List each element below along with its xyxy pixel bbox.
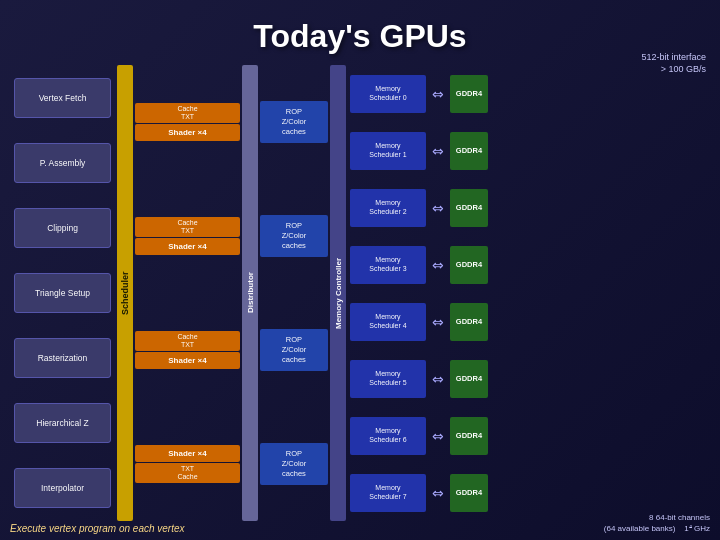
shader-group-2: CacheTXT Shader ×4: [135, 217, 240, 254]
rop-groups-col: ROPZ/Colorcaches ROPZ/Colorcaches ROPZ/C…: [260, 63, 328, 523]
arrow-4: ⇔: [432, 315, 444, 329]
arrows-col: ⇔ ⇔ ⇔ ⇔ ⇔ ⇔ ⇔ ⇔: [428, 63, 448, 523]
mem-sched-6: MemoryScheduler 6: [350, 417, 426, 455]
execute-text: Execute vertex program on each vertex: [10, 523, 185, 534]
rop-4: ROPZ/Colorcaches: [260, 443, 328, 484]
cache-txt-4: TXTCache: [135, 463, 240, 482]
arrow-7: ⇔: [432, 486, 444, 500]
shader-box-4: Shader ×4: [135, 445, 240, 462]
shader-group-4: Shader ×4 TXTCache: [135, 445, 240, 482]
pipeline-vertex-fetch: Vertex Fetch: [14, 78, 111, 118]
gddr4-col: GDDR4 GDDR4 GDDR4 GDDR4 GDDR4 GDDR4 GDDR…: [448, 63, 490, 523]
pipeline-col: Vertex Fetch P. Assembly Clipping Triang…: [10, 63, 115, 523]
gddr4-5: GDDR4: [450, 360, 488, 398]
arrow-3: ⇔: [432, 258, 444, 272]
arrow-2: ⇔: [432, 201, 444, 215]
bottom-right-text: 8 64-bit channels(64 available banks) 1⁴…: [604, 512, 710, 534]
gddr4-2: GDDR4: [450, 189, 488, 227]
rop-1: ROPZ/Colorcaches: [260, 101, 328, 142]
pipeline-clipping: Clipping: [14, 208, 111, 248]
gddr4-7: GDDR4: [450, 474, 488, 512]
arrow-0: ⇔: [432, 87, 444, 101]
bottom-bar: Execute vertex program on each vertex 8 …: [10, 512, 710, 534]
gddr4-6: GDDR4: [450, 417, 488, 455]
cache-txt-1: CacheTXT: [135, 103, 240, 122]
shader-box-3: Shader ×4: [135, 352, 240, 369]
pipeline-p-assembly: P. Assembly: [14, 143, 111, 183]
arrow-1: ⇔: [432, 144, 444, 158]
shader-box-1: Shader ×4: [135, 124, 240, 141]
gddr4-0: GDDR4: [450, 75, 488, 113]
mem-sched-1: MemoryScheduler 1: [350, 132, 426, 170]
arrow-5: ⇔: [432, 372, 444, 386]
cache-txt-3: CacheTXT: [135, 331, 240, 350]
pipeline-rasterization: Rasterization: [14, 338, 111, 378]
mem-sched-5: MemoryScheduler 5: [350, 360, 426, 398]
main-content: Vertex Fetch P. Assembly Clipping Triang…: [10, 63, 710, 523]
mem-sched-2: MemoryScheduler 2: [350, 189, 426, 227]
arrow-6: ⇔: [432, 429, 444, 443]
pipeline-interpolator: Interpolator: [14, 468, 111, 508]
gddr4-1: GDDR4: [450, 132, 488, 170]
shader-groups-col: CacheTXT Shader ×4 CacheTXT Shader ×4 Ca…: [135, 63, 240, 523]
shader-group-3: CacheTXT Shader ×4: [135, 331, 240, 368]
memory-schedulers-col: MemoryScheduler 0 MemoryScheduler 1 Memo…: [348, 63, 428, 523]
mem-sched-0: MemoryScheduler 0: [350, 75, 426, 113]
rop-2: ROPZ/Colorcaches: [260, 215, 328, 256]
gddr4-4: GDDR4: [450, 303, 488, 341]
slide: Today's GPUs 512-bit interface > 100 GB/…: [0, 0, 720, 540]
mem-sched-4: MemoryScheduler 4: [350, 303, 426, 341]
pipeline-triangle-setup: Triangle Setup: [14, 273, 111, 313]
gddr4-3: GDDR4: [450, 246, 488, 284]
shader-group-1: CacheTXT Shader ×4: [135, 103, 240, 140]
rop-3: ROPZ/Colorcaches: [260, 329, 328, 370]
cache-txt-2: CacheTXT: [135, 217, 240, 236]
pipeline-hierarchical-z: Hierarchical Z: [14, 403, 111, 443]
memory-controller-bar: Memory Controller: [330, 65, 346, 521]
distributor-bar: Distributor: [242, 65, 258, 521]
mem-sched-3: MemoryScheduler 3: [350, 246, 426, 284]
mem-sched-7: MemoryScheduler 7: [350, 474, 426, 512]
scheduler-bar: Scheduler: [117, 65, 133, 521]
bottom-freq: 1⁴ GHz: [684, 524, 710, 533]
shader-box-2: Shader ×4: [135, 238, 240, 255]
slide-title: Today's GPUs: [10, 10, 710, 59]
